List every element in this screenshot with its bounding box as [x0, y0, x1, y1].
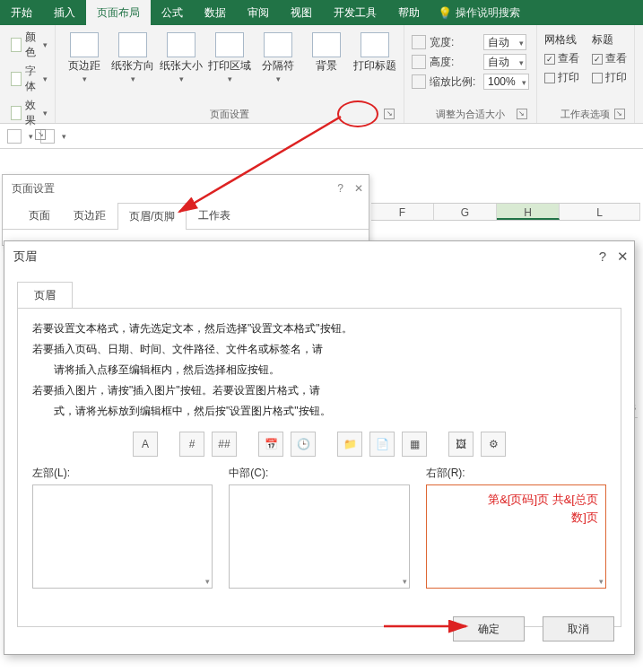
- page-setup-title: 页面设置: [12, 181, 55, 196]
- left-section-box[interactable]: ▾: [32, 484, 213, 589]
- scale-launcher[interactable]: ↘: [517, 109, 527, 119]
- right-section-line2: 数]页: [571, 511, 598, 524]
- margins-button[interactable]: 页边距▾: [63, 29, 106, 83]
- col-F[interactable]: F: [371, 204, 434, 220]
- headings-print-check[interactable]: 打印: [592, 70, 627, 85]
- help-text: 若要设置文本格式，请先选定文本，然后选择"设置文本格式"按钮。 若要插入页码、日…: [32, 321, 606, 419]
- sheet-name-icon[interactable]: ▦: [402, 432, 427, 457]
- lightbulb-icon: 💡: [438, 6, 452, 20]
- col-G[interactable]: G: [434, 204, 497, 220]
- tab-start[interactable]: 开始: [0, 0, 43, 25]
- group-themes: 颜色▾ 字体▾ 效果▾ ↘: [0, 25, 56, 123]
- format-text-icon[interactable]: A: [133, 432, 158, 457]
- ribbon-body: 颜色▾ 字体▾ 效果▾ ↘ 页边距▾ 纸张方向▾ 纸张大小▾ 打印区域▾ 分隔符…: [0, 25, 643, 124]
- insert-picture-icon[interactable]: 🖼: [448, 432, 474, 457]
- left-section-label: 左部(L):: [32, 466, 213, 481]
- tab-help[interactable]: 帮助: [387, 0, 430, 25]
- group-scale: 宽度:自动 高度:自动 缩放比例:100% 调整为合适大小↘: [404, 25, 537, 123]
- chevron-down-icon: ▾: [43, 40, 48, 49]
- right-section-line1: 第&[页码]页 共&[总页: [488, 493, 598, 506]
- orientation-icon: [118, 32, 147, 57]
- chevron-down-icon: ▾: [43, 109, 48, 118]
- header-dialog-title: 页眉: [13, 249, 37, 265]
- tab-review[interactable]: 审阅: [237, 0, 280, 25]
- header-editor-dialog: 页眉 ? ✕ 页眉 若要设置文本格式，请先选定文本，然后选择"设置文本格式"按钮…: [4, 240, 635, 655]
- tab-developer[interactable]: 开发工具: [323, 0, 387, 25]
- headings-view-check[interactable]: ✓查看: [592, 51, 627, 66]
- header-toolbar: A # ## 📅 🕒 📁 📄 ▦ 🖼 ⚙: [32, 432, 606, 457]
- cancel-button[interactable]: 取消: [543, 616, 614, 641]
- theme-colors[interactable]: 颜色▾: [7, 29, 51, 61]
- center-section-label: 中部(C):: [229, 466, 409, 481]
- headings-title: 标题: [592, 32, 627, 48]
- gridlines-view-check[interactable]: ✓查看: [544, 51, 579, 66]
- page-setup-tabs: 页面 页边距 页眉/页脚 工作表: [3, 202, 369, 230]
- zoom-label: 缩放比例:: [430, 74, 480, 90]
- page-setup-group-title: 页面设置: [210, 109, 249, 119]
- tab-header-footer[interactable]: 页眉/页脚: [117, 203, 187, 230]
- help-icon[interactable]: ?: [337, 182, 343, 195]
- right-section-label: 右部(R):: [426, 466, 606, 481]
- orientation-button[interactable]: 纸张方向▾: [111, 29, 154, 83]
- height-label: 高度:: [430, 55, 480, 70]
- center-section-box[interactable]: ▾: [229, 484, 409, 589]
- ok-button[interactable]: 确定: [453, 616, 525, 641]
- theme-fonts[interactable]: 字体▾: [7, 63, 51, 95]
- file-path-icon[interactable]: 📁: [337, 432, 362, 457]
- zoom-spinner[interactable]: 100%: [483, 74, 529, 90]
- height-combo[interactable]: 自动: [483, 54, 526, 70]
- tab-margins[interactable]: 页边距: [62, 202, 117, 229]
- gridlines-title: 网格线: [544, 32, 579, 48]
- tell-me-label: 操作说明搜索: [456, 5, 520, 21]
- print-area-button[interactable]: 打印区域▾: [208, 29, 251, 83]
- tab-insert[interactable]: 插入: [43, 0, 86, 25]
- col-H[interactable]: H: [497, 204, 560, 220]
- size-button[interactable]: 纸张大小▾: [160, 29, 203, 83]
- tab-page[interactable]: 页面: [17, 202, 62, 229]
- width-label: 宽度:: [430, 35, 480, 50]
- width-combo[interactable]: 自动: [483, 34, 526, 50]
- help-icon[interactable]: ?: [599, 249, 606, 265]
- scale-group-title: 调整为合适大小: [436, 109, 505, 119]
- header-inner-tab[interactable]: 页眉: [17, 282, 73, 309]
- background-icon: [312, 32, 341, 57]
- background-button[interactable]: 背景: [305, 29, 348, 72]
- tab-view[interactable]: 视图: [280, 0, 323, 25]
- page-setup-launcher[interactable]: ↘: [384, 109, 395, 119]
- chevron-down-icon: ▾: [43, 74, 48, 83]
- column-headers: F G H L: [371, 203, 640, 221]
- height-icon: [412, 55, 426, 69]
- tab-page-layout[interactable]: 页面布局: [86, 0, 151, 25]
- ribbon-tabs: 开始 插入 页面布局 公式 数据 审阅 视图 开发工具 帮助 💡 操作说明搜索: [0, 0, 643, 25]
- page-number-icon[interactable]: #: [179, 432, 204, 457]
- page-count-icon[interactable]: ##: [212, 432, 237, 457]
- time-icon[interactable]: 🕒: [291, 432, 316, 457]
- format-picture-icon[interactable]: ⚙: [481, 432, 506, 457]
- date-icon[interactable]: 📅: [258, 432, 283, 457]
- breaks-icon: [264, 32, 292, 57]
- file-name-icon[interactable]: 📄: [369, 432, 395, 457]
- tab-formulas[interactable]: 公式: [151, 0, 194, 25]
- themes-launcher[interactable]: ↘: [35, 129, 46, 140]
- margins-icon: [70, 32, 99, 57]
- theme-effects[interactable]: 效果▾: [7, 97, 51, 129]
- close-icon[interactable]: ✕: [354, 182, 363, 195]
- gridlines-print-check[interactable]: 打印: [544, 70, 579, 85]
- print-titles-button[interactable]: 打印标题: [353, 29, 396, 72]
- close-icon[interactable]: ✕: [617, 249, 629, 265]
- print-area-icon: [215, 32, 244, 57]
- tab-data[interactable]: 数据: [194, 0, 237, 25]
- col-L[interactable]: L: [560, 204, 640, 220]
- page-setup-dialog: 页面设置 ? ✕ 页面 页边距 页眉/页脚 工作表: [2, 174, 369, 246]
- effects-icon: [11, 106, 22, 120]
- sheet-options-launcher[interactable]: ↘: [614, 109, 625, 119]
- zoom-icon: [412, 74, 426, 89]
- print-titles-icon: [361, 32, 389, 57]
- colors-icon: [11, 38, 22, 52]
- right-section-box[interactable]: 第&[页码]页 共&[总页 数]页 ▾: [426, 484, 606, 589]
- tab-sheet[interactable]: 工作表: [187, 202, 242, 229]
- tell-me-search[interactable]: 💡 操作说明搜索: [438, 0, 520, 25]
- group-page-setup: 页边距▾ 纸张方向▾ 纸张大小▾ 打印区域▾ 分隔符▾ 背景 打印标题 页面设置…: [56, 25, 404, 123]
- group-sheet-options: 网格线 ✓查看 打印 标题 ✓查看 打印 工作表选项↘: [537, 25, 635, 123]
- breaks-button[interactable]: 分隔符▾: [256, 29, 300, 83]
